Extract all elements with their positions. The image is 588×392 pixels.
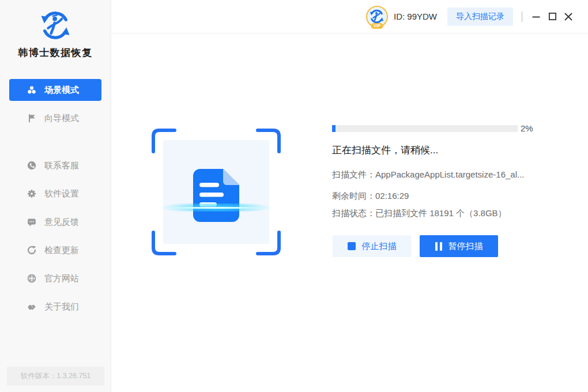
remaining-time-line: 剩余时间：02:16:29 bbox=[332, 191, 409, 202]
titlebar-divider bbox=[522, 12, 522, 22]
handshake-icon bbox=[27, 302, 36, 311]
nav-group-gap bbox=[0, 135, 111, 148]
user-id: ID: 99YDW bbox=[394, 12, 437, 21]
sidebar-item-label: 关于我们 bbox=[44, 301, 79, 312]
document-icon bbox=[193, 169, 239, 222]
scan-state-line: 扫描状态：已扫描到文件 18191 个（3.8GB） bbox=[332, 208, 507, 219]
sidebar-item-scene-mode[interactable]: 场景模式 bbox=[9, 79, 101, 101]
stop-icon bbox=[348, 242, 356, 250]
sidebar-item-label: 向导模式 bbox=[44, 113, 79, 124]
pause-icon bbox=[435, 242, 442, 251]
vip-badge: VIP bbox=[371, 23, 383, 29]
scan-status-title: 正在扫描文件，请稍候... bbox=[332, 144, 438, 157]
maximize-icon bbox=[548, 12, 557, 21]
sidebar-item-about-us[interactable]: 关于我们 bbox=[9, 296, 101, 318]
scan-file-line: 扫描文件：AppPackageAppList.targetsize-16_al.… bbox=[332, 169, 525, 180]
stop-scan-button[interactable]: 停止扫描 bbox=[333, 235, 411, 257]
stop-scan-label: 停止扫描 bbox=[362, 241, 397, 252]
scan-animation bbox=[152, 129, 281, 255]
app-version: 软件版本：1.3.26.751 bbox=[7, 367, 104, 386]
scan-beam bbox=[146, 203, 287, 212]
app-title: 韩博士数据恢复 bbox=[0, 46, 111, 59]
sidebar-item-contact-support[interactable]: 联系客服 bbox=[9, 154, 101, 176]
sidebar-item-official-website[interactable]: 官方网站 bbox=[9, 267, 101, 289]
progress-fill bbox=[332, 125, 336, 132]
titlebar: VIP ID: 99YDW 导入扫描记录 bbox=[112, 0, 588, 33]
phone-icon bbox=[27, 161, 36, 170]
sidebar-item-label: 软件设置 bbox=[44, 189, 79, 199]
globe-icon bbox=[27, 274, 36, 283]
sidebar-item-label: 检查更新 bbox=[44, 245, 79, 256]
sidebar-item-wizard-mode[interactable]: 向导模式 bbox=[9, 107, 101, 129]
sidebar-item-settings[interactable]: 软件设置 bbox=[9, 183, 101, 205]
close-icon bbox=[564, 12, 573, 21]
progress-bar-row: 2% bbox=[332, 123, 533, 133]
scan-progress-panel: 2% 正在扫描文件，请稍候... 扫描文件：AppPackageAppList.… bbox=[112, 34, 588, 392]
progress-percent: 2% bbox=[521, 123, 533, 133]
update-icon bbox=[27, 246, 36, 255]
sidebar-item-label: 联系客服 bbox=[44, 160, 79, 171]
sidebar-nav: 场景模式 向导模式 联系客服 bbox=[0, 79, 111, 318]
pause-scan-label: 暂停扫描 bbox=[448, 241, 483, 252]
import-scan-records-button[interactable]: 导入扫描记录 bbox=[447, 7, 513, 26]
flag-icon bbox=[27, 114, 36, 123]
sidebar-item-label: 官方网站 bbox=[44, 273, 79, 284]
sidebar-item-feedback[interactable]: 意见反馈 bbox=[9, 211, 101, 233]
scenes-icon bbox=[27, 85, 36, 95]
maximize-button[interactable] bbox=[544, 9, 560, 25]
minimize-button[interactable] bbox=[528, 9, 544, 25]
scan-beam-core bbox=[154, 207, 278, 209]
pause-scan-button[interactable]: 暂停扫描 bbox=[420, 235, 498, 257]
user-avatar[interactable]: VIP bbox=[366, 6, 388, 28]
minimize-icon bbox=[532, 12, 541, 21]
sidebar-item-label: 意见反馈 bbox=[44, 217, 79, 228]
app-logo-icon bbox=[38, 9, 73, 42]
feedback-icon bbox=[27, 217, 36, 227]
sidebar-item-check-update[interactable]: 检查更新 bbox=[9, 239, 101, 261]
close-button[interactable] bbox=[560, 9, 576, 25]
gear-icon bbox=[27, 189, 36, 198]
sidebar: 韩博士数据恢复 场景模式 向导模式 bbox=[0, 0, 111, 392]
progress-track bbox=[332, 125, 518, 132]
scan-controls: 停止扫描 暂停扫描 bbox=[333, 235, 498, 257]
sidebar-item-label: 场景模式 bbox=[44, 85, 79, 96]
